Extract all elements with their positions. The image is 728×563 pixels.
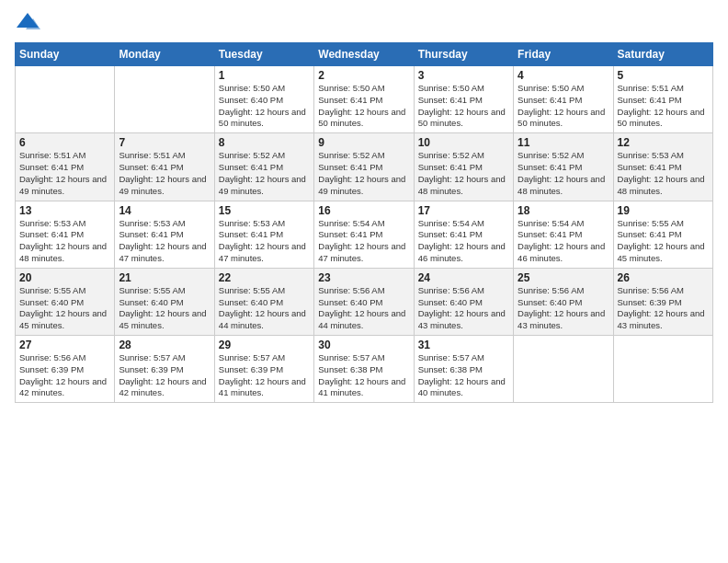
day-info: Sunrise: 5:54 AM Sunset: 6:41 PM Dayligh… (418, 218, 509, 265)
calendar-header-thursday: Thursday (414, 43, 513, 66)
calendar-header-sunday: Sunday (16, 43, 115, 66)
calendar-cell: 5Sunrise: 5:51 AM Sunset: 6:41 PM Daylig… (613, 66, 712, 133)
page: SundayMondayTuesdayWednesdayThursdayFrid… (0, 0, 728, 563)
calendar-cell: 1Sunrise: 5:50 AM Sunset: 6:40 PM Daylig… (214, 66, 313, 133)
calendar-cell: 16Sunrise: 5:54 AM Sunset: 6:41 PM Dayli… (314, 201, 414, 268)
calendar-cell (115, 66, 214, 133)
day-number: 28 (119, 339, 210, 351)
calendar-cell (613, 336, 712, 403)
calendar-cell: 12Sunrise: 5:53 AM Sunset: 6:41 PM Dayli… (613, 133, 712, 201)
header (15, 9, 713, 35)
day-info: Sunrise: 5:51 AM Sunset: 6:41 PM Dayligh… (119, 150, 210, 197)
day-info: Sunrise: 5:50 AM Sunset: 6:41 PM Dayligh… (418, 83, 509, 130)
calendar-header-tuesday: Tuesday (214, 43, 313, 66)
day-number: 7 (119, 136, 210, 149)
day-number: 22 (219, 271, 310, 284)
day-info: Sunrise: 5:56 AM Sunset: 6:40 PM Dayligh… (518, 285, 609, 332)
day-info: Sunrise: 5:56 AM Sunset: 6:39 PM Dayligh… (19, 352, 110, 399)
day-number: 15 (219, 204, 310, 217)
calendar-cell: 22Sunrise: 5:55 AM Sunset: 6:40 PM Dayli… (214, 268, 313, 335)
calendar-cell: 29Sunrise: 5:57 AM Sunset: 6:39 PM Dayli… (214, 336, 313, 403)
calendar-header-row: SundayMondayTuesdayWednesdayThursdayFrid… (16, 43, 713, 66)
day-number: 25 (518, 271, 609, 284)
calendar-table: SundayMondayTuesdayWednesdayThursdayFrid… (15, 42, 713, 403)
calendar-header-saturday: Saturday (613, 43, 712, 66)
calendar-week-row: 20Sunrise: 5:55 AM Sunset: 6:40 PM Dayli… (16, 268, 713, 335)
day-number: 5 (618, 69, 709, 82)
day-info: Sunrise: 5:52 AM Sunset: 6:41 PM Dayligh… (418, 150, 509, 197)
calendar-header-monday: Monday (115, 43, 214, 66)
day-number: 17 (418, 204, 509, 217)
day-number: 21 (119, 271, 210, 284)
day-number: 30 (318, 339, 409, 351)
day-number: 31 (418, 339, 509, 351)
day-number: 19 (618, 204, 709, 217)
calendar-cell: 21Sunrise: 5:55 AM Sunset: 6:40 PM Dayli… (115, 268, 214, 335)
day-number: 20 (19, 271, 110, 284)
calendar-week-row: 6Sunrise: 5:51 AM Sunset: 6:41 PM Daylig… (16, 133, 713, 201)
day-info: Sunrise: 5:51 AM Sunset: 6:41 PM Dayligh… (19, 150, 110, 197)
calendar-cell: 3Sunrise: 5:50 AM Sunset: 6:41 PM Daylig… (414, 66, 513, 133)
day-number: 3 (418, 69, 509, 82)
calendar-cell: 15Sunrise: 5:53 AM Sunset: 6:41 PM Dayli… (214, 201, 313, 268)
calendar-cell: 27Sunrise: 5:56 AM Sunset: 6:39 PM Dayli… (16, 336, 115, 403)
day-number: 18 (518, 204, 609, 217)
calendar-cell: 6Sunrise: 5:51 AM Sunset: 6:41 PM Daylig… (16, 133, 115, 201)
day-info: Sunrise: 5:52 AM Sunset: 6:41 PM Dayligh… (518, 150, 609, 197)
day-number: 29 (219, 339, 310, 351)
calendar-week-row: 1Sunrise: 5:50 AM Sunset: 6:40 PM Daylig… (16, 66, 713, 133)
day-number: 8 (219, 136, 310, 149)
day-info: Sunrise: 5:53 AM Sunset: 6:41 PM Dayligh… (119, 218, 210, 265)
calendar-cell: 14Sunrise: 5:53 AM Sunset: 6:41 PM Dayli… (115, 201, 214, 268)
day-info: Sunrise: 5:54 AM Sunset: 6:41 PM Dayligh… (518, 218, 609, 265)
day-info: Sunrise: 5:50 AM Sunset: 6:41 PM Dayligh… (318, 83, 409, 130)
day-info: Sunrise: 5:53 AM Sunset: 6:41 PM Dayligh… (219, 218, 310, 265)
day-info: Sunrise: 5:52 AM Sunset: 6:41 PM Dayligh… (318, 150, 409, 197)
day-info: Sunrise: 5:55 AM Sunset: 6:40 PM Dayligh… (219, 285, 310, 332)
day-number: 12 (618, 136, 709, 149)
day-number: 6 (19, 136, 110, 149)
calendar-cell: 23Sunrise: 5:56 AM Sunset: 6:40 PM Dayli… (314, 268, 414, 335)
day-info: Sunrise: 5:54 AM Sunset: 6:41 PM Dayligh… (318, 218, 409, 265)
day-info: Sunrise: 5:57 AM Sunset: 6:39 PM Dayligh… (119, 352, 210, 399)
logo (15, 9, 44, 35)
calendar-cell: 8Sunrise: 5:52 AM Sunset: 6:41 PM Daylig… (214, 133, 313, 201)
day-number: 14 (119, 204, 210, 217)
calendar-cell: 10Sunrise: 5:52 AM Sunset: 6:41 PM Dayli… (414, 133, 513, 201)
day-info: Sunrise: 5:57 AM Sunset: 6:38 PM Dayligh… (418, 352, 509, 399)
day-info: Sunrise: 5:56 AM Sunset: 6:40 PM Dayligh… (318, 285, 409, 332)
day-number: 24 (418, 271, 509, 284)
day-number: 13 (19, 204, 110, 217)
day-info: Sunrise: 5:56 AM Sunset: 6:40 PM Dayligh… (418, 285, 509, 332)
day-number: 11 (518, 136, 609, 149)
day-info: Sunrise: 5:51 AM Sunset: 6:41 PM Dayligh… (618, 83, 709, 130)
calendar-week-row: 13Sunrise: 5:53 AM Sunset: 6:41 PM Dayli… (16, 201, 713, 268)
calendar-cell: 13Sunrise: 5:53 AM Sunset: 6:41 PM Dayli… (16, 201, 115, 268)
day-info: Sunrise: 5:52 AM Sunset: 6:41 PM Dayligh… (219, 150, 310, 197)
day-info: Sunrise: 5:57 AM Sunset: 6:39 PM Dayligh… (219, 352, 310, 399)
day-number: 26 (618, 271, 709, 284)
day-info: Sunrise: 5:50 AM Sunset: 6:41 PM Dayligh… (518, 83, 609, 130)
calendar-cell: 26Sunrise: 5:56 AM Sunset: 6:39 PM Dayli… (613, 268, 712, 335)
day-number: 1 (219, 69, 310, 82)
day-info: Sunrise: 5:57 AM Sunset: 6:38 PM Dayligh… (318, 352, 409, 399)
day-number: 10 (418, 136, 509, 149)
calendar-cell: 7Sunrise: 5:51 AM Sunset: 6:41 PM Daylig… (115, 133, 214, 201)
day-info: Sunrise: 5:55 AM Sunset: 6:40 PM Dayligh… (119, 285, 210, 332)
calendar-cell: 28Sunrise: 5:57 AM Sunset: 6:39 PM Dayli… (115, 336, 214, 403)
calendar-cell: 11Sunrise: 5:52 AM Sunset: 6:41 PM Dayli… (514, 133, 613, 201)
day-info: Sunrise: 5:50 AM Sunset: 6:40 PM Dayligh… (219, 83, 310, 130)
day-info: Sunrise: 5:55 AM Sunset: 6:40 PM Dayligh… (19, 285, 110, 332)
calendar-cell: 25Sunrise: 5:56 AM Sunset: 6:40 PM Dayli… (514, 268, 613, 335)
day-info: Sunrise: 5:55 AM Sunset: 6:41 PM Dayligh… (618, 218, 709, 265)
day-number: 4 (518, 69, 609, 82)
day-number: 23 (318, 271, 409, 284)
calendar-cell: 30Sunrise: 5:57 AM Sunset: 6:38 PM Dayli… (314, 336, 414, 403)
calendar-cell (514, 336, 613, 403)
calendar-cell: 20Sunrise: 5:55 AM Sunset: 6:40 PM Dayli… (16, 268, 115, 335)
calendar-cell: 2Sunrise: 5:50 AM Sunset: 6:41 PM Daylig… (314, 66, 414, 133)
calendar-header-friday: Friday (514, 43, 613, 66)
day-number: 9 (318, 136, 409, 149)
calendar-cell: 19Sunrise: 5:55 AM Sunset: 6:41 PM Dayli… (613, 201, 712, 268)
day-info: Sunrise: 5:56 AM Sunset: 6:39 PM Dayligh… (618, 285, 709, 332)
